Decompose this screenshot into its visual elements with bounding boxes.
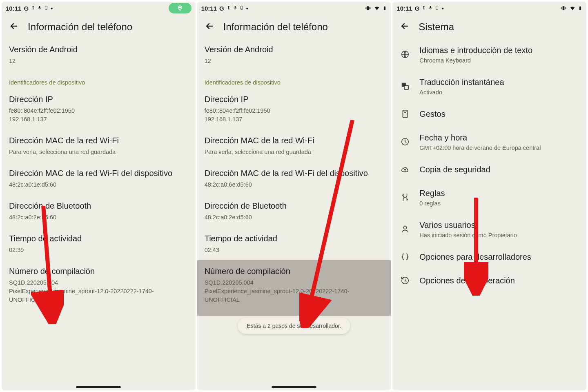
bluetooth-row[interactable]: Dirección de Bluetooth 48:2c:a0:2e:d5:60 (205, 195, 384, 227)
ip-row[interactable]: Dirección IP fe80::804e:f2ff:fe02:1950 1… (9, 88, 188, 129)
rules-row[interactable]: Reglas 0 reglas (400, 181, 579, 213)
android-version-row[interactable]: Versión de Android 12 (205, 38, 384, 71)
status-phone-icon (435, 5, 439, 12)
svg-rect-41 (403, 110, 408, 118)
back-button[interactable] (205, 21, 214, 33)
globe-icon (400, 50, 410, 59)
status-g-icon: G (24, 5, 29, 12)
svg-rect-12 (234, 6, 236, 8)
row-value: Para verla, selecciona una red guardada (9, 148, 188, 156)
svg-point-6 (46, 9, 47, 9)
svg-rect-32 (561, 7, 562, 9)
back-button[interactable] (400, 21, 410, 33)
translate-icon (400, 82, 410, 91)
uptime-row[interactable]: Tiempo de actividad 02:43 (205, 227, 384, 260)
users-row[interactable]: Varios usuarios Has iniciado sesión como… (400, 213, 579, 245)
translate-row[interactable]: Traducción instantánea Activado (400, 70, 579, 102)
gesture-icon (400, 109, 410, 118)
svg-rect-17 (366, 7, 367, 9)
recovery-options-row[interactable]: Opciones de recuperación (400, 269, 579, 292)
svg-rect-37 (580, 6, 581, 7)
row-title: Dirección MAC de la red Wi-Fi del dispos… (9, 168, 188, 179)
device-wifi-mac-row[interactable]: Dirección MAC de la red Wi-Fi del dispos… (9, 162, 188, 195)
row-sub: Has iniciado sesión como Propietario (419, 232, 579, 238)
device-wifi-mac-row[interactable]: Dirección MAC de la red Wi-Fi del dispos… (205, 162, 384, 195)
backup-row[interactable]: Copia de seguridad (400, 158, 579, 181)
header: Sistema (392, 15, 586, 38)
content: Versión de Android 12 Identificadores de… (197, 38, 391, 390)
history-icon (400, 276, 410, 285)
uptime-row[interactable]: Tiempo de actividad 02:39 (9, 227, 188, 260)
section-header: Identificadores de dispositivo (9, 71, 188, 88)
row-title: Dirección IP (9, 94, 188, 105)
svg-point-7 (179, 7, 180, 8)
status-key-icon (31, 5, 35, 12)
statusbar: 10:11 G • (197, 2, 391, 15)
svg-point-24 (423, 6, 425, 7)
svg-rect-27 (430, 6, 431, 8)
row-title: Traducción instantánea (419, 77, 579, 87)
svg-point-9 (228, 6, 229, 7)
svg-rect-20 (370, 7, 371, 9)
battery-icon (578, 5, 582, 11)
row-value: fe80::804e:f2ff:fe02:1950 (205, 107, 384, 115)
row-value: 192.168.1.137 (205, 115, 384, 124)
row-value: 48:2c:a0:6e:d5:60 (205, 180, 384, 189)
content: Versión de Android 12 Identificadores de… (2, 38, 196, 390)
row-sub: GMT+02:00 hora de verano de Europa centr… (419, 145, 579, 151)
row-value: Para verla, selecciona una red guardada (205, 148, 384, 156)
svg-rect-22 (385, 6, 385, 7)
svg-rect-13 (235, 9, 235, 9)
svg-rect-4 (40, 9, 40, 9)
row-title: Dirección MAC de la red Wi-Fi (205, 135, 384, 146)
status-mic-icon (233, 5, 237, 12)
svg-rect-34 (561, 7, 561, 9)
status-phone-icon (240, 5, 244, 12)
phone-screen-2: 10:11 G • (197, 2, 391, 390)
wifi-icon (569, 5, 576, 11)
home-indicator[interactable] (76, 386, 121, 388)
status-phone-icon (44, 5, 48, 12)
languages-row[interactable]: Idiomas e introducción de texto Chrooma … (400, 38, 579, 70)
svg-rect-35 (566, 7, 566, 9)
status-key-icon (422, 5, 426, 12)
cloud-icon (400, 165, 410, 174)
wifi-mac-row[interactable]: Dirección MAC de la red Wi-Fi Para verla… (205, 129, 384, 162)
build-number-row[interactable]: Número de compilación SQ1D.220205.004 Pi… (197, 260, 391, 316)
gestures-row[interactable]: Gestos (400, 102, 579, 126)
row-value: 192.168.1.137 (9, 115, 188, 124)
back-button[interactable] (9, 21, 19, 33)
android-version-row[interactable]: Versión de Android 12 (9, 38, 188, 71)
home-indicator[interactable] (272, 386, 316, 388)
ip-row[interactable]: Dirección IP fe80::804e:f2ff:fe02:1950 1… (205, 88, 384, 129)
row-title: Fecha y hora (419, 132, 579, 143)
braces-icon (400, 252, 410, 261)
row-title: Tiempo de actividad (9, 233, 188, 244)
row-title: Varios usuarios (419, 220, 579, 230)
status-dot: • (441, 5, 443, 12)
status-key-icon (227, 5, 231, 12)
svg-rect-16 (367, 6, 369, 10)
vibrate-icon (560, 5, 567, 11)
row-title: Versión de Android (205, 44, 384, 55)
row-title: Número de compilación (205, 266, 384, 277)
content: Idiomas e introducción de texto Chrooma … (392, 38, 586, 390)
row-value: SQ1D.220205.004 (205, 278, 384, 287)
clock-icon (400, 137, 410, 146)
row-title: Opciones para desarrolladores (419, 252, 579, 262)
svg-rect-3 (39, 6, 40, 8)
svg-rect-33 (565, 7, 566, 9)
row-value: 12 (9, 57, 188, 65)
row-title: Versión de Android (9, 44, 188, 55)
build-number-row[interactable]: Número de compilación SQ1D.220205.004 Pi… (9, 260, 188, 310)
datetime-row[interactable]: Fecha y hora GMT+02:00 hora de verano de… (400, 126, 579, 158)
bluetooth-row[interactable]: Dirección de Bluetooth 48:2c:a0:2e:d5:60 (9, 195, 188, 227)
svg-rect-40 (405, 85, 409, 89)
row-sub: Chrooma Keyboard (419, 57, 579, 64)
row-value: 02:39 (9, 246, 188, 254)
row-value: SQ1D.220205.004 (9, 278, 188, 287)
developer-options-row[interactable]: Opciones para desarrolladores (400, 245, 579, 269)
row-title: Dirección de Bluetooth (205, 200, 384, 212)
wifi-mac-row[interactable]: Dirección MAC de la red Wi-Fi Para verla… (9, 129, 188, 162)
svg-rect-2 (33, 9, 34, 9)
